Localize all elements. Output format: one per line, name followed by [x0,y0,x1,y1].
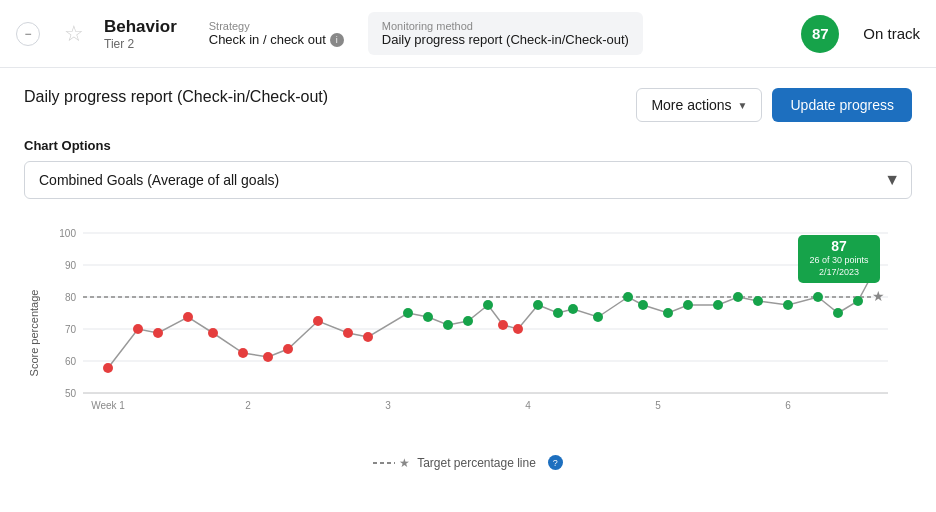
svg-text:50: 50 [65,388,77,399]
data-point [133,324,143,334]
favorite-icon[interactable]: ☆ [64,21,84,47]
data-point [363,332,373,342]
svg-text:4: 4 [525,400,531,411]
tooltip-score: 87 [831,238,847,254]
chart-options-label: Chart Options [24,138,912,153]
data-point [498,320,508,330]
data-point [853,296,863,306]
behavior-title: Behavior [104,17,177,37]
data-point [463,316,473,326]
progress-chart: Score percentage 100 90 80 70 60 50 ★ We… [24,213,912,443]
goals-select-wrapper: Combined Goals (Average of all goals) ▼ [24,161,912,199]
status-label: On track [863,25,920,42]
legend-help-icon[interactable]: ? [548,455,563,470]
data-point [638,300,648,310]
data-point [813,292,823,302]
data-point [513,324,523,334]
svg-text:100: 100 [59,228,76,239]
data-point [343,328,353,338]
svg-text:6: 6 [785,400,791,411]
svg-text:90: 90 [65,260,77,271]
data-point [753,296,763,306]
data-point [733,292,743,302]
data-point [238,348,248,358]
svg-text:80: 80 [65,292,77,303]
svg-text:2: 2 [245,400,251,411]
tooltip-points: 26 of 30 points [809,255,869,265]
monitoring-box: Monitoring method Daily progress report … [368,12,643,55]
legend-label: Target percentage line [417,456,536,470]
data-point [833,308,843,318]
info-icon[interactable]: i [330,33,344,47]
data-point [443,320,453,330]
data-point [713,300,723,310]
svg-text:70: 70 [65,324,77,335]
y-axis-label: Score percentage [28,290,40,377]
main-content: Daily progress report (Check-in/Check-ou… [0,68,936,490]
data-point [553,308,563,318]
data-point [263,352,273,362]
behavior-info: Behavior Tier 2 [104,17,177,51]
behavior-tier: Tier 2 [104,37,177,51]
data-point [103,363,113,373]
data-point [283,344,293,354]
data-point [623,292,633,302]
svg-text:5: 5 [655,400,661,411]
monitoring-value: Daily progress report (Check-in/Check-ou… [382,32,629,47]
svg-text:3: 3 [385,400,391,411]
chart-container: Score percentage 100 90 80 70 60 50 ★ We… [24,213,912,470]
svg-text:★: ★ [872,288,885,304]
update-progress-button[interactable]: Update progress [772,88,912,122]
data-point [208,328,218,338]
data-point [403,308,413,318]
chart-legend: ★ Target percentage line ? [24,455,912,470]
monitoring-label: Monitoring method [382,20,629,32]
data-point [683,300,693,310]
more-actions-button[interactable]: More actions ▼ [636,88,762,122]
svg-text:Week 1: Week 1 [91,400,125,411]
strategy-info: Strategy Check in / check out i [209,20,344,47]
strategy-value: Check in / check out i [209,32,344,47]
section-title: Daily progress report (Check-in/Check-ou… [24,88,328,106]
tooltip-date: 2/17/2023 [819,267,859,277]
content-toolbar: Daily progress report (Check-in/Check-ou… [24,88,912,122]
score-badge: 87 [801,15,839,53]
strategy-label: Strategy [209,20,344,32]
more-actions-label: More actions [651,97,731,113]
data-point [423,312,433,322]
svg-text:★: ★ [399,457,409,469]
data-point [593,312,603,322]
data-point [153,328,163,338]
data-point [533,300,543,310]
data-point [313,316,323,326]
collapse-button[interactable]: − [16,22,40,46]
page-header: − ☆ Behavior Tier 2 Strategy Check in / … [0,0,936,68]
dropdown-arrow-icon: ▼ [738,100,748,111]
data-point [483,300,493,310]
data-point [783,300,793,310]
data-point [568,304,578,314]
svg-text:60: 60 [65,356,77,367]
data-point [183,312,193,322]
goals-select[interactable]: Combined Goals (Average of all goals) [24,161,912,199]
data-point [663,308,673,318]
